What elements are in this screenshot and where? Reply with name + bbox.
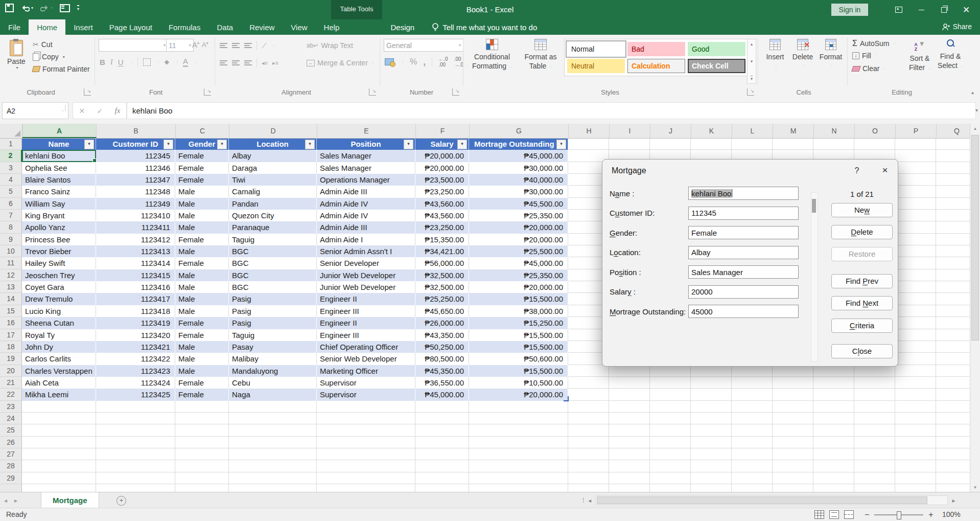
cell-L1[interactable] [732, 138, 773, 150]
cell-B1[interactable]: Customer ID▾ [96, 138, 175, 150]
cell-B21[interactable]: 1123424 [96, 377, 175, 389]
cell-C5[interactable]: Male [175, 186, 229, 197]
dialog-button-new[interactable]: New [831, 203, 893, 217]
cell-C9[interactable]: Female [175, 234, 229, 245]
cell-P23[interactable] [895, 401, 936, 413]
cell-K29[interactable] [691, 472, 732, 484]
cell-G6[interactable]: ₱45,500.00 [469, 198, 568, 210]
cell-B13[interactable]: 1123416 [96, 281, 175, 293]
sign-in-button[interactable]: Sign in [831, 4, 868, 16]
cell-A3[interactable]: Ophelia See [22, 162, 96, 174]
tab-page-layout[interactable]: Page Layout [101, 19, 160, 35]
vertical-scrollbar[interactable]: ▴ ▾ [970, 124, 980, 492]
cell-F18[interactable]: ₱50,250.00 [415, 341, 469, 353]
page-layout-view-button[interactable] [829, 510, 839, 519]
cell-B29[interactable] [96, 472, 175, 484]
row-header-20[interactable]: 20 [0, 365, 22, 377]
cell-M21[interactable] [773, 377, 813, 389]
cell-F8[interactable]: ₱23,250.00 [415, 221, 469, 233]
cell-I28[interactable] [609, 460, 650, 472]
cell-O26[interactable] [854, 437, 895, 448]
cell-D10[interactable]: BGC [229, 245, 317, 257]
row-header-27[interactable]: 27 [0, 448, 22, 460]
cell-I30[interactable] [609, 484, 650, 492]
cell-F11[interactable]: ₱56,000.00 [415, 257, 469, 269]
cell-N24[interactable] [813, 413, 854, 424]
cell-J20[interactable] [650, 365, 691, 377]
cell-L20[interactable] [732, 365, 773, 377]
column-header-L[interactable]: L [732, 124, 773, 138]
orientation-dropdown-arrow[interactable]: ▾ [273, 43, 275, 48]
cell-G4[interactable]: ₱40,000.00 [469, 174, 568, 186]
cell-E27[interactable] [317, 448, 415, 460]
tab-design[interactable]: Design [382, 19, 423, 35]
cell-G23[interactable] [469, 401, 568, 413]
dialog-button-find-prev[interactable]: Find Prev [831, 274, 893, 288]
cell-C12[interactable]: Male [175, 269, 229, 281]
cell-D4[interactable]: Tiwi [229, 174, 317, 186]
cell-F14[interactable]: ₱25,250.00 [415, 293, 469, 305]
underline-button[interactable]: U [118, 58, 124, 66]
row-header-23[interactable]: 23 [0, 401, 22, 413]
cell-B18[interactable]: 1123421 [96, 341, 175, 353]
cell-C7[interactable]: Male [175, 210, 229, 221]
cell-L30[interactable] [732, 484, 773, 492]
cell-G20[interactable]: ₱15,500.00 [469, 365, 568, 377]
cell-style-calculation[interactable]: Calculation [627, 59, 685, 73]
cell-P6[interactable] [895, 198, 936, 210]
cell-K20[interactable] [691, 365, 732, 377]
cell-J28[interactable] [650, 460, 691, 472]
hscroll-left-arrow[interactable]: ◂ [588, 497, 591, 504]
undo-button[interactable]: ▾ [21, 4, 33, 12]
cell-A1[interactable]: Name▾ [22, 138, 96, 150]
cell-C4[interactable]: Female [175, 174, 229, 186]
row-header-13[interactable]: 13 [0, 281, 22, 293]
cell-style-normal[interactable]: Normal [567, 42, 625, 56]
cancel-entry-button[interactable]: ✕ [79, 107, 85, 115]
underline-dropdown-arrow[interactable]: ▾ [130, 60, 132, 64]
align-middle-icon[interactable] [232, 43, 240, 49]
cell-A21[interactable]: Aiah Ceta [22, 377, 96, 389]
orientation-icon[interactable]: ⟋ [262, 41, 267, 50]
column-header-H[interactable]: H [569, 124, 610, 138]
column-header-M[interactable]: M [773, 124, 814, 138]
cell-B23[interactable] [96, 401, 175, 413]
cell-E17[interactable]: Engineer III [317, 329, 415, 341]
cell-D24[interactable] [229, 413, 317, 424]
cell-D2[interactable]: Albay [229, 150, 317, 162]
cell-F21[interactable]: ₱36,550.00 [415, 377, 469, 389]
cell-H25[interactable] [568, 424, 609, 436]
cell-G26[interactable] [469, 437, 568, 448]
cell-L23[interactable] [732, 401, 773, 413]
cell-D21[interactable]: Cebu [229, 377, 317, 389]
cell-B15[interactable]: 1123418 [96, 305, 175, 317]
cell-N26[interactable] [813, 437, 854, 448]
row-header-6[interactable]: 6 [0, 198, 22, 210]
cell-K30[interactable] [691, 484, 732, 492]
cell-P12[interactable] [895, 269, 936, 281]
column-header-I[interactable]: I [610, 124, 650, 138]
cell-D26[interactable] [229, 437, 317, 448]
cell-E24[interactable] [317, 413, 415, 424]
cell-B24[interactable] [96, 413, 175, 424]
cell-B5[interactable]: 112348 [96, 186, 175, 197]
cell-style-good[interactable]: Good [688, 42, 745, 56]
row-header-28[interactable]: 28 [0, 460, 22, 472]
cell-I20[interactable] [609, 365, 650, 377]
cell-K22[interactable] [691, 389, 732, 400]
cell-P13[interactable] [895, 281, 936, 293]
dialog-button-criteria[interactable]: Criteria [831, 319, 893, 333]
column-header-J[interactable]: J [650, 124, 691, 138]
insert-cells-button[interactable]: Insert▾ [762, 38, 788, 71]
align-left-icon[interactable] [220, 60, 227, 66]
cell-G22[interactable]: ₱20,000.00 [469, 389, 568, 400]
cell-G25[interactable] [469, 424, 568, 436]
cell-I23[interactable] [609, 401, 650, 413]
cell-style-neutral[interactable]: Neutral [567, 59, 625, 73]
cell-P17[interactable] [895, 329, 936, 341]
cell-B10[interactable]: 1123413 [96, 245, 175, 257]
cell-E11[interactable]: Senior Developer [317, 257, 415, 269]
fill-dropdown-arrow[interactable]: ▾ [875, 54, 877, 58]
cell-E6[interactable]: Admin Aide IV [317, 198, 415, 210]
increase-indent-icon[interactable]: ▸≡ [272, 60, 278, 66]
